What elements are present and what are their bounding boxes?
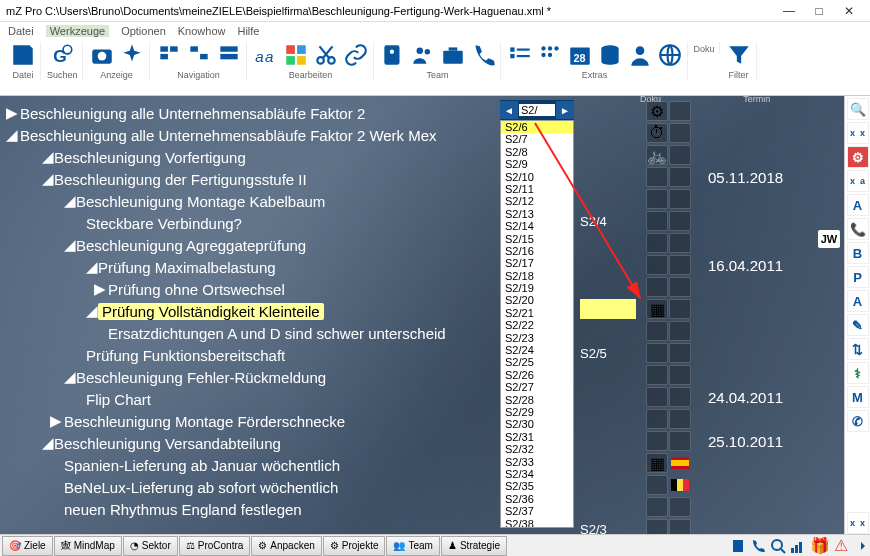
dd-item[interactable]: S2/16: [501, 245, 573, 257]
doku-box[interactable]: [646, 211, 668, 231]
dd-item[interactable]: S2/34: [501, 468, 573, 480]
fb-strategie[interactable]: ♟Strategie: [441, 536, 507, 556]
nav-icon-3[interactable]: [216, 42, 242, 68]
tree-row[interactable]: BeNeLux-Lieferung ab sofort wöchentlich: [6, 476, 496, 498]
doku-box2[interactable]: [669, 519, 691, 534]
doku-box2[interactable]: [669, 255, 691, 275]
warning-icon[interactable]: ⚠: [834, 536, 848, 555]
tree-row[interactable]: ◢ Beschleunigung Fehler-Rückmeldung: [6, 366, 496, 388]
dd-prev-button[interactable]: ◄: [500, 101, 518, 119]
pencil-icon[interactable]: ✎: [847, 314, 869, 336]
dd-item[interactable]: S2/33: [501, 456, 573, 468]
doku-box2[interactable]: [669, 211, 691, 231]
tree-row[interactable]: neuen Rhythmus England festlegen: [6, 498, 496, 520]
rs-letter-b[interactable]: B: [847, 242, 869, 264]
tree-row[interactable]: ◢ Beschleunigung der Fertigungsstufe II: [6, 168, 496, 190]
dd-item[interactable]: S2/20: [501, 294, 573, 306]
rs-letter-p[interactable]: P: [847, 266, 869, 288]
zoom-icon[interactable]: [770, 538, 786, 554]
code-dropdown[interactable]: ◄ S2/ ► S2/6S2/7S2/8S2/9S2/10S2/11S2/12S…: [500, 100, 574, 528]
doku-box[interactable]: 🚲: [646, 145, 668, 165]
rs-x[interactable]: x x: [847, 122, 869, 144]
doku-box2[interactable]: [669, 343, 691, 363]
menu-knowhow[interactable]: Knowhow: [178, 25, 226, 37]
tree-row[interactable]: ◢ Prüfung Vollständigkeit Kleinteile: [6, 300, 496, 322]
link-icon[interactable]: [343, 42, 369, 68]
dd-item[interactable]: S2/31: [501, 431, 573, 443]
rs-letter-a2[interactable]: A: [847, 290, 869, 312]
checklist-icon[interactable]: [507, 42, 533, 68]
doku-box2[interactable]: [669, 497, 691, 517]
tree-row[interactable]: ◢ Beschleunigung Versandabteilung: [6, 432, 496, 454]
dd-item[interactable]: S2/25: [501, 356, 573, 368]
dd-item[interactable]: S2/19: [501, 282, 573, 294]
tree-row[interactable]: ◢ Beschleunigung Agreggateprüfung: [6, 234, 496, 256]
dd-item[interactable]: S2/21: [501, 307, 573, 319]
dd-item[interactable]: S2/11: [501, 183, 573, 195]
contacts-icon[interactable]: [380, 42, 406, 68]
dd-item[interactable]: S2/15: [501, 233, 573, 245]
tree-row[interactable]: Flip Chart: [6, 388, 496, 410]
doku-box2[interactable]: [669, 123, 691, 143]
doku-box[interactable]: [646, 431, 668, 451]
doku-box2[interactable]: [669, 365, 691, 385]
search-tool-icon[interactable]: 🔍: [847, 98, 869, 120]
doku-box2[interactable]: [669, 167, 691, 187]
dd-item[interactable]: S2/9: [501, 158, 573, 170]
dd-item[interactable]: S2/24: [501, 344, 573, 356]
dd-item[interactable]: S2/14: [501, 220, 573, 232]
phone2-icon[interactable]: ✆: [847, 410, 869, 432]
nav-icon-2[interactable]: [186, 42, 212, 68]
font-icon[interactable]: aa: [253, 42, 279, 68]
doku-box2[interactable]: [669, 145, 691, 165]
doku-box2[interactable]: [669, 189, 691, 209]
clipboard-icon[interactable]: [730, 538, 746, 554]
tree-row[interactable]: ▶Beschleunigung Montage Förderschnecke: [6, 410, 496, 432]
doku-box2[interactable]: [669, 453, 691, 473]
rs-letter-m[interactable]: M: [847, 386, 869, 408]
fb-mindmap[interactable]: 🕸MindMap: [54, 536, 122, 556]
rs-letter-a[interactable]: A: [847, 194, 869, 216]
dd-item[interactable]: S2/35: [501, 480, 573, 492]
team-icon[interactable]: [410, 42, 436, 68]
fb-procontra[interactable]: ⚖ProContra: [179, 536, 251, 556]
dots-icon[interactable]: [537, 42, 563, 68]
doku-box[interactable]: [646, 233, 668, 253]
doku-box[interactable]: [646, 321, 668, 341]
tree-row[interactable]: Spanien-Lieferung ab Januar wöchentlich: [6, 454, 496, 476]
gift-icon[interactable]: 🎁: [810, 536, 830, 555]
doku-box[interactable]: ⚙: [646, 101, 668, 121]
arrow-icon[interactable]: [852, 538, 868, 554]
fb-ziele[interactable]: 🎯Ziele: [2, 536, 53, 556]
initials-badge[interactable]: JW: [818, 230, 840, 248]
sort-icon[interactable]: ⇅: [847, 338, 869, 360]
doku-box2[interactable]: [669, 409, 691, 429]
dd-item[interactable]: S2/32: [501, 443, 573, 455]
globe-icon[interactable]: [657, 42, 683, 68]
menu-datei[interactable]: Datei: [8, 25, 34, 37]
tree-row[interactable]: ◢Beschleunigung alle Unternehmensabläufe…: [6, 124, 496, 146]
fb-projekte[interactable]: ⚙Projekte: [323, 536, 386, 556]
dd-item[interactable]: S2/28: [501, 394, 573, 406]
close-button[interactable]: ✕: [834, 1, 864, 21]
outline-tree[interactable]: ▶Beschleunigung alle Unternehmensabläufe…: [6, 102, 496, 520]
dd-list[interactable]: S2/6S2/7S2/8S2/9S2/10S2/11S2/12S2/13S2/1…: [500, 120, 574, 528]
dd-item[interactable]: S2/37: [501, 505, 573, 517]
dd-item[interactable]: S2/13: [501, 208, 573, 220]
dd-item[interactable]: S2/23: [501, 332, 573, 344]
camera-icon[interactable]: [89, 42, 115, 68]
dd-item[interactable]: S2/30: [501, 418, 573, 430]
doku-box[interactable]: [646, 409, 668, 429]
menu-hilfe[interactable]: Hilfe: [237, 25, 259, 37]
phone-footer-icon[interactable]: [750, 538, 766, 554]
doku-box[interactable]: [646, 277, 668, 297]
dd-item[interactable]: S2/6: [501, 121, 573, 133]
doku-box2[interactable]: [669, 101, 691, 121]
dd-item[interactable]: S2/29: [501, 406, 573, 418]
search-g-icon[interactable]: G: [49, 42, 75, 68]
dd-next-button[interactable]: ►: [556, 101, 574, 119]
maximize-button[interactable]: □: [804, 1, 834, 21]
dd-item[interactable]: S2/7: [501, 133, 573, 145]
calendar-icon[interactable]: 28: [567, 42, 593, 68]
fb-team[interactable]: 👥Team: [386, 536, 439, 556]
